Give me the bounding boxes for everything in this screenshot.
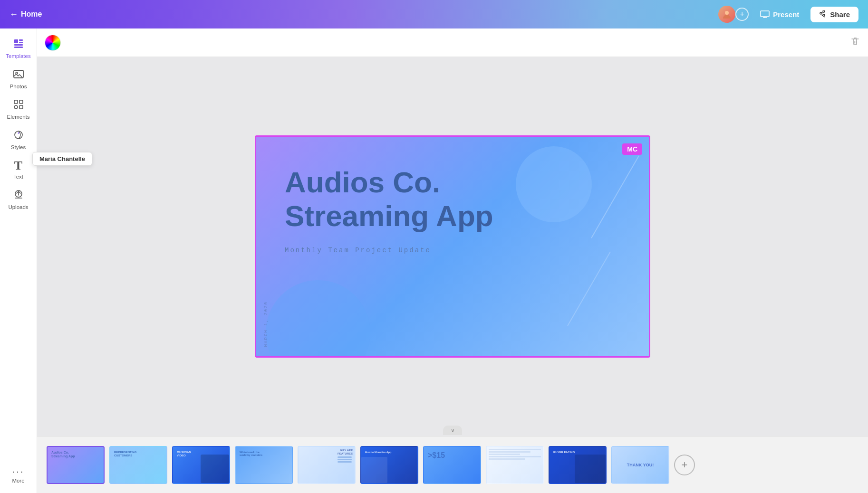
svg-rect-5 (19, 39, 23, 41)
slide-bg-circle-bottom (266, 280, 370, 358)
svg-rect-14 (19, 105, 23, 109)
present-button[interactable]: Present (755, 8, 804, 21)
thumb-6-label: How to Monetize App (365, 451, 391, 454)
slide-thumbnail-2[interactable]: REPRESENTINGCUSTOMERS (109, 446, 167, 484)
sidebar-item-templates-label: Templates (6, 53, 30, 59)
share-button[interactable]: Share (810, 7, 858, 22)
avatar-container: + (718, 6, 749, 23)
sidebar-item-more-label: More (12, 478, 24, 484)
slide-thumbnail-10[interactable]: THANK YOU! (611, 446, 669, 484)
slide-thumbnail-9[interactable]: BUYER FACING (549, 446, 607, 484)
slide-canvas[interactable]: MC Audios Co.Streaming App Monthly Team … (255, 135, 650, 358)
toolbar-right (850, 36, 860, 49)
header: ← Home + Present (0, 0, 868, 28)
delete-button[interactable] (850, 38, 860, 48)
svg-rect-7 (14, 44, 23, 46)
thumb-3-label: MUSICIANVIDEO (177, 451, 191, 457)
share-label: Share (830, 10, 850, 19)
sidebar-item-elements[interactable]: Elements (2, 94, 35, 124)
slide-thumbnail-8[interactable] (486, 446, 544, 484)
svg-rect-13 (14, 105, 18, 109)
sidebar-item-photos-label: Photos (10, 84, 27, 89)
thumb-2-label: REPRESENTINGCUSTOMERS (114, 451, 136, 457)
header-right: + Present Share (718, 6, 858, 23)
slide-thumbnail-6[interactable]: How to Monetize App (360, 446, 418, 484)
uploads-icon (13, 189, 24, 202)
back-button[interactable]: ← Home (10, 9, 42, 19)
more-icon: ··· (12, 466, 25, 476)
svg-rect-12 (19, 100, 23, 104)
elements-icon (13, 99, 24, 112)
slide-thumbnail-5[interactable]: KEY APPFEATURES (298, 446, 356, 484)
sidebar-item-styles-label: Styles (11, 144, 26, 150)
toolbar-left (45, 35, 61, 51)
add-slide-button[interactable]: + (674, 455, 695, 475)
slide-panel: Audios Co.Streaming App REPRESENTINGCUST… (37, 436, 868, 493)
sidebar-item-styles[interactable]: Styles (2, 124, 35, 155)
slide-thumbnail-4[interactable]: Whiteboard: theworld by statistics (235, 446, 293, 484)
slide-date-vertical: MARCH 1, 2020 (264, 301, 269, 347)
slide-main-title: Audios Co.Streaming App (285, 165, 620, 233)
tooltip-text: Maria Chantelle (39, 155, 85, 162)
sidebar-item-text[interactable]: T Text (2, 155, 35, 184)
add-collaborator-button[interactable]: + (735, 8, 749, 21)
svg-point-16 (18, 133, 19, 134)
text-icon: T (14, 160, 22, 172)
slide-subtitle: Monthly Team Project Update (285, 246, 620, 254)
sidebar-item-uploads-label: Uploads (8, 204, 28, 210)
slide-thumbnail-1[interactable]: Audios Co.Streaming App (47, 446, 105, 484)
thumb-10-label: THANK YOU! (627, 462, 654, 467)
svg-rect-1 (761, 11, 769, 17)
svg-rect-11 (14, 100, 18, 104)
back-arrow-icon: ← (10, 9, 18, 19)
thumb-9-label: BUYER FACING (553, 451, 575, 454)
sidebar-item-elements-label: Elements (7, 114, 30, 120)
share-icon (819, 10, 827, 18)
sidebar-item-text-label: Text (13, 174, 23, 180)
sidebar: Templates Photos Elements (0, 28, 37, 493)
slide-thumbnail-3[interactable]: MUSICIANVIDEO (172, 446, 230, 484)
thumb-7-label: >$15 (428, 451, 445, 460)
present-icon (760, 10, 770, 18)
collapse-icon: ∨ (451, 427, 455, 434)
templates-icon (13, 38, 24, 51)
thumb-4-label: Whiteboard: theworld by statistics (240, 451, 262, 457)
svg-rect-6 (19, 42, 23, 43)
sidebar-item-uploads[interactable]: Uploads (2, 184, 35, 215)
thumb-1-label: Audios Co.Streaming App (51, 451, 75, 459)
avatar[interactable] (718, 6, 735, 23)
toolbar (37, 28, 868, 57)
present-label: Present (773, 10, 799, 19)
slide-content: Audios Co.Streaming App Monthly Team Pro… (285, 165, 620, 254)
home-label: Home (21, 10, 42, 19)
slide-diagonal-line-2 (567, 252, 611, 326)
header-left: ← Home (10, 9, 42, 19)
photos-icon (13, 68, 24, 82)
thumb-5-label: KEY APPFEATURES (338, 449, 353, 455)
svg-rect-4 (14, 39, 18, 43)
canvas-area: MC Audios Co.Streaming App Monthly Team … (37, 57, 868, 436)
svg-rect-8 (14, 47, 23, 48)
slide-mc-badge: MC (622, 143, 642, 155)
thumb-8-content (489, 449, 541, 481)
collapse-handle[interactable]: ∨ (443, 426, 462, 435)
color-picker-button[interactable] (45, 35, 61, 51)
svg-point-0 (725, 11, 729, 15)
styles-icon (13, 129, 24, 142)
svg-point-15 (15, 131, 22, 139)
slide-thumbnail-7[interactable]: >$15 (423, 446, 481, 484)
sidebar-item-templates[interactable]: Templates (2, 33, 35, 64)
user-tooltip: Maria Chantelle (32, 152, 92, 166)
add-slide-icon: + (682, 459, 688, 471)
sidebar-item-more[interactable]: ··· More (2, 462, 35, 488)
sidebar-item-photos[interactable]: Photos (2, 64, 35, 94)
